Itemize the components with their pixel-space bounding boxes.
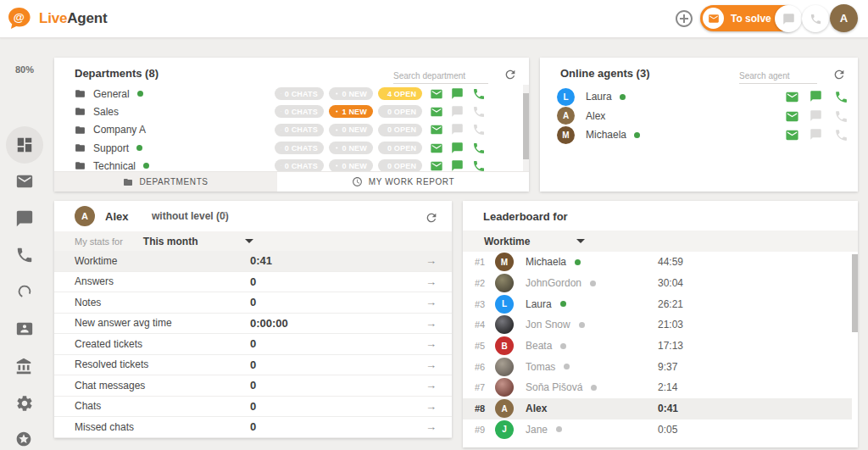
department-name: Technical xyxy=(93,160,136,171)
email-action-icon[interactable] xyxy=(785,109,798,123)
to-solve-label: To solve xyxy=(731,13,771,25)
arrow-right-icon[interactable]: → xyxy=(426,337,437,350)
leaderboard-row[interactable]: #1 M Michaela 44:59 xyxy=(463,252,852,273)
phone-action-icon[interactable] xyxy=(834,109,848,123)
open-badge: 0 OPEN xyxy=(378,142,422,154)
leaderboard-scrollbar[interactable] xyxy=(852,252,858,447)
sidebar-item-calls[interactable] xyxy=(15,246,34,264)
leaderboard-row[interactable]: #3 L Laura 26:21 xyxy=(463,293,852,314)
chevron-down-icon[interactable] xyxy=(245,239,253,243)
email-action-icon[interactable] xyxy=(430,123,443,136)
email-action-icon[interactable] xyxy=(430,159,443,171)
header-phone-button[interactable] xyxy=(802,5,829,32)
arrow-right-icon[interactable]: → xyxy=(426,420,437,433)
agent-row[interactable]: M Michaela xyxy=(540,125,858,145)
stat-row[interactable]: Answers 0 → xyxy=(54,272,452,293)
department-row[interactable]: Company A 0 CHATS 0 NEW 0 OPEN xyxy=(54,121,523,139)
online-agents-panel: Online agents (3) L Laura A Alex M Micha… xyxy=(540,58,858,192)
arrow-right-icon[interactable]: → xyxy=(426,275,437,288)
sidebar-item-contacts[interactable] xyxy=(15,319,34,338)
leaderboard-row[interactable]: #6 Tomas 9:37 xyxy=(463,356,852,377)
email-action-icon[interactable] xyxy=(430,87,443,101)
phone-action-icon[interactable] xyxy=(472,142,486,155)
header-chat-button[interactable] xyxy=(775,5,802,32)
sidebar-item-tickets[interactable] xyxy=(15,172,34,191)
chat-action-icon[interactable] xyxy=(451,159,465,171)
arrow-right-icon[interactable]: → xyxy=(426,254,437,267)
arrow-right-icon[interactable]: → xyxy=(426,358,437,371)
help-icon[interactable]: ? xyxy=(222,210,227,220)
stat-row[interactable]: Worktime 0:41 → xyxy=(54,251,452,272)
leaderboard-row[interactable]: #7 Soňa Pišová 2:14 xyxy=(463,377,852,398)
dashboard-icon xyxy=(15,136,34,154)
email-action-icon[interactable] xyxy=(785,128,798,142)
leaderboard-row[interactable]: #8 A Alex 0:41 xyxy=(463,398,852,419)
agent-name: Alex xyxy=(105,210,128,223)
sidebar-item-configuration[interactable] xyxy=(15,394,34,413)
tab-departments[interactable]: DEPARTMENTS xyxy=(54,172,277,192)
email-action-icon[interactable] xyxy=(430,142,443,155)
leaderboard-row[interactable]: #9 J Jane 0:05 xyxy=(463,419,852,441)
stat-row[interactable]: Chat messages 0 → xyxy=(54,375,452,397)
top-header: @ LiveAgent To solve 6 A xyxy=(0,0,868,38)
refresh-icon[interactable] xyxy=(832,68,846,81)
scrollbar-thumb[interactable] xyxy=(523,93,529,159)
email-action-icon[interactable] xyxy=(430,105,443,119)
leaderboard-row[interactable]: #5 B Beata 17:13 xyxy=(463,336,852,357)
agent-search-input[interactable] xyxy=(739,69,817,84)
chevron-down-icon[interactable] xyxy=(576,239,585,243)
sidebar-item-reports[interactable] xyxy=(15,282,34,301)
arrow-right-icon[interactable]: → xyxy=(426,379,437,392)
user-avatar[interactable]: A xyxy=(830,4,858,32)
chat-action-icon[interactable] xyxy=(451,87,465,101)
stat-value: 0 xyxy=(250,400,256,413)
add-button[interactable] xyxy=(673,8,695,30)
liveagent-logo[interactable]: @ LiveAgent xyxy=(8,7,107,31)
chat-action-icon[interactable] xyxy=(810,109,823,123)
stat-row[interactable]: Missed chats 0 → xyxy=(54,417,452,438)
arrow-right-icon[interactable]: → xyxy=(426,317,437,330)
chat-action-icon[interactable] xyxy=(810,128,823,142)
sidebar-item-gamification[interactable] xyxy=(15,431,34,449)
phone-action-icon[interactable] xyxy=(472,123,486,136)
refresh-icon[interactable] xyxy=(504,68,517,81)
chat-action-icon[interactable] xyxy=(451,123,465,136)
leaderboard-row[interactable]: #2 JohnGordon 30:04 xyxy=(463,273,852,294)
agent-row[interactable]: L Laura xyxy=(540,87,858,107)
refresh-icon[interactable] xyxy=(425,211,438,225)
department-row[interactable]: Sales 0 CHATS 1 NEW 0 OPEN xyxy=(54,103,523,120)
phone-action-icon[interactable] xyxy=(472,159,486,171)
phone-action-icon[interactable] xyxy=(472,87,486,101)
phone-action-icon[interactable] xyxy=(834,90,848,103)
stat-row[interactable]: Chats 0 → xyxy=(54,397,452,418)
arrow-right-icon[interactable]: → xyxy=(426,296,437,308)
scrollbar-thumb[interactable] xyxy=(852,254,858,332)
sidebar-item-dashboard[interactable] xyxy=(15,136,34,154)
stat-row[interactable]: Created tickets 0 → xyxy=(54,334,452,355)
chat-action-icon[interactable] xyxy=(451,105,465,119)
agent-row[interactable]: A Alex xyxy=(540,107,858,126)
tab-my-work-report[interactable]: MY WORK REPORT xyxy=(277,172,529,192)
leaderboard-row[interactable]: #4 Jon Snow 21:03 xyxy=(463,314,852,336)
stat-row[interactable]: Resolved tickets 0 → xyxy=(54,355,452,376)
department-row[interactable]: General 0 CHATS 0 NEW 4 OPEN xyxy=(54,85,523,103)
stat-row[interactable]: Notes 0 → xyxy=(54,292,452,314)
metric-select[interactable]: Worktime xyxy=(484,236,530,247)
chat-action-icon[interactable] xyxy=(451,142,465,155)
arrow-right-icon[interactable]: → xyxy=(426,400,437,413)
department-row[interactable]: Technical 0 CHATS 0 NEW 0 OPEN xyxy=(54,157,523,171)
stat-row[interactable]: New answer avg time 0:00:00 → xyxy=(54,314,452,335)
sidebar-item-chats[interactable] xyxy=(15,209,34,228)
phone-action-icon[interactable] xyxy=(834,128,848,142)
period-select[interactable]: This month xyxy=(143,236,198,247)
department-search-input[interactable] xyxy=(393,69,488,84)
agent-photo-avatar xyxy=(495,378,514,397)
online-dot xyxy=(137,91,143,97)
my-stats-header: A Alex without level (0) ? xyxy=(54,201,452,231)
sidebar-item-company[interactable] xyxy=(15,358,34,376)
department-row[interactable]: Support 0 CHATS 0 NEW 0 OPEN xyxy=(54,139,523,157)
phone-action-icon[interactable] xyxy=(472,105,486,119)
email-action-icon[interactable] xyxy=(785,90,798,103)
departments-scrollbar[interactable] xyxy=(523,85,529,171)
chat-action-icon[interactable] xyxy=(810,90,823,103)
